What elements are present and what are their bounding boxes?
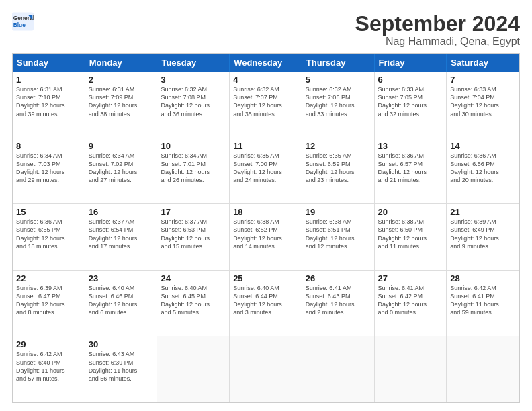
calendar-cell-0-1: 2Sunrise: 6:31 AM Sunset: 7:09 PM Daylig…: [85, 72, 158, 138]
day-number: 29: [16, 339, 81, 349]
calendar-cell-3-5: 27Sunrise: 6:41 AM Sunset: 6:42 PM Dayli…: [375, 271, 447, 336]
day-info: Sunrise: 6:42 AM Sunset: 6:40 PM Dayligh…: [16, 350, 81, 383]
calendar-cell-1-1: 9Sunrise: 6:34 AM Sunset: 7:02 PM Daylig…: [85, 138, 158, 204]
calendar-cell-2-1: 16Sunrise: 6:37 AM Sunset: 6:54 PM Dayli…: [85, 204, 158, 270]
day-number: 11: [233, 141, 298, 151]
calendar-cell-3-0: 22Sunrise: 6:39 AM Sunset: 6:47 PM Dayli…: [13, 271, 85, 336]
day-number: 22: [16, 273, 81, 283]
day-number: 30: [89, 339, 154, 349]
calendar-body: 1Sunrise: 6:31 AM Sunset: 7:10 PM Daylig…: [13, 72, 519, 402]
day-number: 18: [233, 207, 298, 217]
day-number: 13: [378, 141, 443, 151]
calendar-cell-0-3: 4Sunrise: 6:32 AM Sunset: 7:07 PM Daylig…: [230, 72, 302, 138]
day-info: Sunrise: 6:41 AM Sunset: 6:43 PM Dayligh…: [306, 284, 371, 317]
day-info: Sunrise: 6:36 AM Sunset: 6:56 PM Dayligh…: [450, 152, 516, 185]
day-info: Sunrise: 6:37 AM Sunset: 6:54 PM Dayligh…: [89, 218, 154, 250]
day-info: Sunrise: 6:40 AM Sunset: 6:46 PM Dayligh…: [89, 284, 154, 317]
day-number: 16: [89, 207, 154, 217]
day-info: Sunrise: 6:38 AM Sunset: 6:52 PM Dayligh…: [233, 218, 298, 250]
day-number: 28: [450, 273, 516, 283]
calendar-cell-4-1: 30Sunrise: 6:43 AM Sunset: 6:39 PM Dayli…: [85, 336, 158, 402]
day-info: Sunrise: 6:34 AM Sunset: 7:01 PM Dayligh…: [161, 152, 226, 185]
header-wednesday: Wednesday: [230, 54, 302, 72]
header: General Blue September 2024 Nag Hammadi,…: [12, 12, 520, 48]
day-info: Sunrise: 6:36 AM Sunset: 6:55 PM Dayligh…: [16, 218, 81, 250]
calendar-row-4: 29Sunrise: 6:42 AM Sunset: 6:40 PM Dayli…: [13, 336, 519, 402]
calendar-cell-0-4: 5Sunrise: 6:32 AM Sunset: 7:06 PM Daylig…: [302, 72, 375, 138]
day-info: Sunrise: 6:31 AM Sunset: 7:10 PM Dayligh…: [16, 85, 81, 118]
day-number: 8: [16, 141, 81, 151]
day-number: 7: [450, 75, 516, 85]
calendar-cell-1-4: 12Sunrise: 6:35 AM Sunset: 6:59 PM Dayli…: [302, 138, 375, 204]
header-sunday: Sunday: [13, 54, 85, 72]
day-info: Sunrise: 6:33 AM Sunset: 7:05 PM Dayligh…: [378, 85, 443, 118]
calendar-cell-3-1: 23Sunrise: 6:40 AM Sunset: 6:46 PM Dayli…: [85, 271, 158, 336]
day-info: Sunrise: 6:41 AM Sunset: 6:42 PM Dayligh…: [378, 284, 443, 317]
day-info: Sunrise: 6:43 AM Sunset: 6:39 PM Dayligh…: [89, 350, 154, 383]
day-number: 15: [16, 207, 81, 217]
calendar-cell-2-2: 17Sunrise: 6:37 AM Sunset: 6:53 PM Dayli…: [157, 204, 230, 270]
day-info: Sunrise: 6:32 AM Sunset: 7:07 PM Dayligh…: [233, 85, 298, 118]
calendar-cell-1-3: 11Sunrise: 6:35 AM Sunset: 7:00 PM Dayli…: [230, 138, 302, 204]
page-subtitle: Nag Hammadi, Qena, Egypt: [355, 36, 520, 48]
calendar-cell-4-4: [302, 336, 375, 402]
calendar-cell-0-0: 1Sunrise: 6:31 AM Sunset: 7:10 PM Daylig…: [13, 72, 85, 138]
day-info: Sunrise: 6:40 AM Sunset: 6:44 PM Dayligh…: [233, 284, 298, 317]
calendar-cell-3-6: 28Sunrise: 6:42 AM Sunset: 6:41 PM Dayli…: [447, 271, 519, 336]
calendar-cell-1-5: 13Sunrise: 6:36 AM Sunset: 6:57 PM Dayli…: [375, 138, 447, 204]
day-number: 2: [89, 75, 154, 85]
day-number: 5: [306, 75, 371, 85]
day-info: Sunrise: 6:39 AM Sunset: 6:47 PM Dayligh…: [16, 284, 81, 317]
calendar-header: Sunday Monday Tuesday Wednesday Thursday…: [13, 54, 519, 72]
header-tuesday: Tuesday: [157, 54, 230, 72]
day-info: Sunrise: 6:37 AM Sunset: 6:53 PM Dayligh…: [161, 218, 226, 250]
calendar-cell-3-2: 24Sunrise: 6:40 AM Sunset: 6:45 PM Dayli…: [157, 271, 230, 336]
calendar-cell-2-6: 21Sunrise: 6:39 AM Sunset: 6:49 PM Dayli…: [447, 204, 519, 270]
day-info: Sunrise: 6:32 AM Sunset: 7:08 PM Dayligh…: [161, 85, 226, 118]
day-number: 4: [233, 75, 298, 85]
day-number: 20: [378, 207, 443, 217]
calendar-cell-2-3: 18Sunrise: 6:38 AM Sunset: 6:52 PM Dayli…: [230, 204, 302, 270]
calendar-cell-1-6: 14Sunrise: 6:36 AM Sunset: 6:56 PM Dayli…: [447, 138, 519, 204]
page-title: September 2024: [355, 12, 520, 36]
day-info: Sunrise: 6:31 AM Sunset: 7:09 PM Dayligh…: [89, 85, 154, 118]
title-block: September 2024 Nag Hammadi, Qena, Egypt: [355, 12, 520, 48]
calendar-cell-2-4: 19Sunrise: 6:38 AM Sunset: 6:51 PM Dayli…: [302, 204, 375, 270]
day-info: Sunrise: 6:42 AM Sunset: 6:41 PM Dayligh…: [450, 284, 516, 317]
calendar-cell-1-0: 8Sunrise: 6:34 AM Sunset: 7:03 PM Daylig…: [13, 138, 85, 204]
calendar-cell-4-6: [447, 336, 519, 402]
day-info: Sunrise: 6:32 AM Sunset: 7:06 PM Dayligh…: [306, 85, 371, 118]
calendar-cell-2-5: 20Sunrise: 6:38 AM Sunset: 6:50 PM Dayli…: [375, 204, 447, 270]
day-info: Sunrise: 6:36 AM Sunset: 6:57 PM Dayligh…: [378, 152, 443, 185]
day-number: 1: [16, 75, 81, 85]
day-info: Sunrise: 6:38 AM Sunset: 6:50 PM Dayligh…: [378, 218, 443, 250]
day-number: 6: [378, 75, 443, 85]
logo: General Blue: [12, 12, 34, 31]
day-number: 27: [378, 273, 443, 283]
calendar-cell-1-2: 10Sunrise: 6:34 AM Sunset: 7:01 PM Dayli…: [157, 138, 230, 204]
header-saturday: Saturday: [447, 54, 519, 72]
day-info: Sunrise: 6:34 AM Sunset: 7:03 PM Dayligh…: [16, 152, 81, 185]
svg-text:Blue: Blue: [13, 21, 26, 28]
calendar-cell-2-0: 15Sunrise: 6:36 AM Sunset: 6:55 PM Dayli…: [13, 204, 85, 270]
calendar-row-2: 15Sunrise: 6:36 AM Sunset: 6:55 PM Dayli…: [13, 203, 519, 270]
day-number: 9: [89, 141, 154, 151]
day-info: Sunrise: 6:38 AM Sunset: 6:51 PM Dayligh…: [306, 218, 371, 250]
day-number: 10: [161, 141, 226, 151]
day-number: 26: [306, 273, 371, 283]
calendar-row-3: 22Sunrise: 6:39 AM Sunset: 6:47 PM Dayli…: [13, 270, 519, 336]
day-number: 19: [306, 207, 371, 217]
calendar-cell-0-2: 3Sunrise: 6:32 AM Sunset: 7:08 PM Daylig…: [157, 72, 230, 138]
day-number: 14: [450, 141, 516, 151]
day-info: Sunrise: 6:35 AM Sunset: 7:00 PM Dayligh…: [233, 152, 298, 185]
calendar-cell-0-5: 6Sunrise: 6:33 AM Sunset: 7:05 PM Daylig…: [375, 72, 447, 138]
header-monday: Monday: [85, 54, 158, 72]
day-info: Sunrise: 6:35 AM Sunset: 6:59 PM Dayligh…: [306, 152, 371, 185]
calendar-cell-3-4: 26Sunrise: 6:41 AM Sunset: 6:43 PM Dayli…: [302, 271, 375, 336]
day-number: 24: [161, 273, 226, 283]
day-number: 17: [161, 207, 226, 217]
calendar-cell-3-3: 25Sunrise: 6:40 AM Sunset: 6:44 PM Dayli…: [230, 271, 302, 336]
header-thursday: Thursday: [302, 54, 375, 72]
calendar: Sunday Monday Tuesday Wednesday Thursday…: [12, 53, 520, 403]
calendar-cell-4-0: 29Sunrise: 6:42 AM Sunset: 6:40 PM Dayli…: [13, 336, 85, 402]
